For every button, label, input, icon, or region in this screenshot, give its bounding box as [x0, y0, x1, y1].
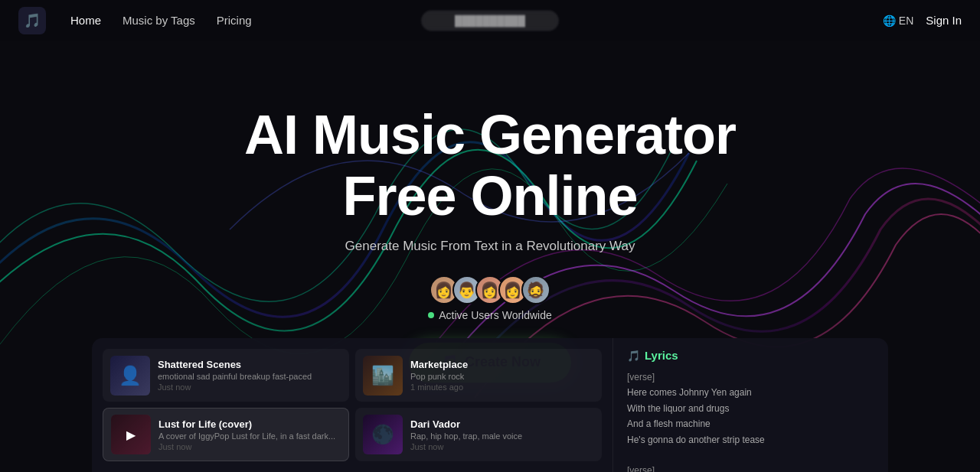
song-thumb-marketplace: 🏙️ [363, 356, 403, 396]
hero-title-line2: Free Online [342, 165, 637, 226]
hero-title: AI Music Generator Free Online [244, 105, 736, 226]
song-info-shattered: Shattered Scenes emotional sad painful b… [158, 359, 341, 392]
lyrics-header: 🎵 Lyrics [627, 349, 874, 362]
song-time-marketplace: 1 minutes ago [410, 382, 594, 392]
lyrics-icon: 🎵 [627, 350, 640, 362]
bottom-panel: 👤 Shattered Scenes emotional sad painful… [0, 338, 980, 472]
active-users-row: Active Users Worldwide [428, 309, 552, 321]
hero-subtitle: Generate Music From Text in a Revolution… [345, 239, 635, 254]
song-title-shattered: Shattered Scenes [158, 359, 341, 370]
song-info-dari: Dari Vador Rap, hip hop, trap, male voic… [410, 418, 594, 451]
song-info-lust: Lust for Life (cover) A cover of IggyPop… [158, 418, 341, 451]
logo-icon: 🎵 [18, 7, 46, 34]
song-card-shattered[interactable]: 👤 Shattered Scenes emotional sad painful… [103, 349, 349, 402]
logo[interactable]: 🎵 [18, 7, 46, 34]
song-time-shattered: Just now [158, 382, 341, 392]
song-thumb-dari: 🌑 [363, 415, 403, 454]
active-users-label: Active Users Worldwide [439, 309, 552, 321]
song-time-lust: Just now [158, 442, 341, 451]
song-thumb-lust: ▶ [111, 415, 151, 454]
lyrics-panel: 🎵 Lyrics [verse] Here comes Johnny Yen a… [612, 338, 888, 472]
lyrics-verse1-tag: [verse] [627, 369, 874, 385]
hero-section: AI Music Generator Free Online Generate … [0, 0, 980, 472]
song-title-dari: Dari Vador [410, 418, 594, 430]
avatar-5: 🧔 [521, 275, 550, 304]
navbar: 🎵 Home Music by Tags Pricing ██████████ … [0, 0, 980, 41]
lyrics-line3: And a flesh machine [627, 416, 874, 431]
lyrics-line4: He's gonna do another strip tease [627, 432, 874, 448]
song-tags-shattered: emotional sad painful breakup fast-paced [158, 372, 341, 381]
nav-music-by-tags[interactable]: Music by Tags [122, 14, 195, 27]
lyrics-verse2-tag: [verse] [627, 463, 874, 472]
lyrics-line1: Here comes Johnny Yen again [627, 385, 874, 400]
language-icon: 🌐 [883, 15, 896, 27]
language-label: EN [899, 15, 913, 27]
song-title-lust: Lust for Life (cover) [158, 418, 341, 430]
song-tags-marketplace: Pop punk rock [410, 372, 594, 381]
hero-title-line1: AI Music Generator [244, 104, 736, 165]
green-dot [428, 312, 434, 318]
song-time-dari: Just now [410, 442, 594, 451]
song-thumb-shattered: 👤 [110, 356, 150, 396]
nav-right: 🌐 EN Sign In [883, 14, 962, 27]
lyrics-line2: With the liquor and drugs [627, 401, 874, 416]
sign-in-button[interactable]: Sign In [926, 14, 962, 27]
song-tags-lust: A cover of IggyPop Lust for Life, in a f… [158, 431, 341, 441]
nav-home[interactable]: Home [70, 14, 101, 27]
song-info-marketplace: Marketplace Pop punk rock 1 minutes ago [410, 359, 594, 392]
song-card-marketplace[interactable]: 🏙️ Marketplace Pop punk rock 1 minutes a… [355, 349, 602, 402]
song-card-dari[interactable]: 🌑 Dari Vador Rap, hip hop, trap, male vo… [355, 408, 602, 461]
play-overlay: ▶ [111, 415, 151, 454]
avatars-row: 👩 👨 👩 👩 🧔 [430, 275, 550, 304]
lyrics-content: [verse] Here comes Johnny Yen again With… [627, 369, 874, 472]
song-tags-dari: Rap, hip hop, trap, male voice [410, 431, 594, 441]
songs-panel: 👤 Shattered Scenes emotional sad painful… [92, 338, 612, 472]
song-title-marketplace: Marketplace [410, 359, 594, 370]
language-selector[interactable]: 🌐 EN [883, 15, 913, 27]
nav-links: Home Music by Tags Pricing [70, 14, 252, 27]
nav-pricing[interactable]: Pricing [217, 14, 252, 27]
lyrics-header-label: Lyrics [645, 349, 678, 362]
song-card-lust[interactable]: ▶ Lust for Life (cover) A cover of IggyP… [103, 408, 349, 461]
search-bar: ██████████ [421, 10, 559, 31]
